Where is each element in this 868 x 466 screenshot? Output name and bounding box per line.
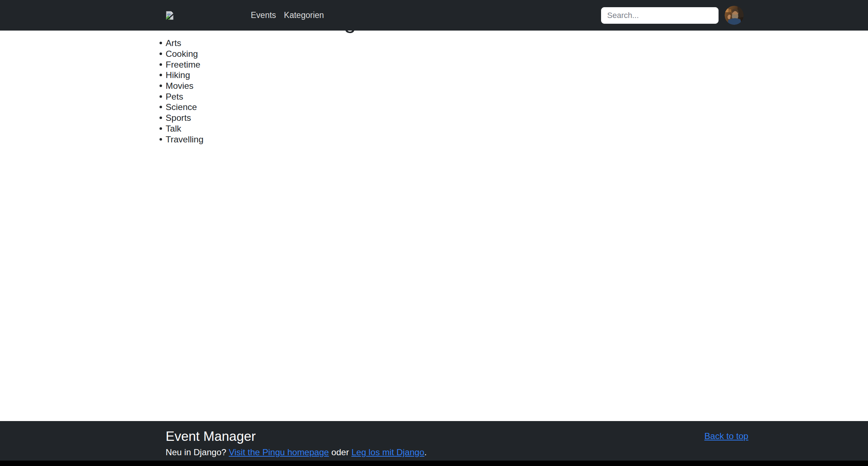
- category-item-arts: Arts: [166, 38, 868, 49]
- bottom-strip: [0, 461, 868, 466]
- footer-text-middle: oder: [329, 447, 351, 457]
- nav-link-events[interactable]: Events: [251, 10, 276, 20]
- search-input[interactable]: [601, 7, 719, 24]
- category-item-travelling: Travelling: [166, 134, 868, 145]
- category-item-sports: Sports: [166, 113, 868, 123]
- category-item-hiking: Hiking: [166, 70, 868, 81]
- category-list: Arts Cooking Freetime Hiking Movies Pets…: [166, 38, 868, 145]
- django-link[interactable]: Leg los mit Django: [351, 447, 424, 457]
- top-navbar: Events Kategorien: [0, 0, 868, 31]
- category-item-pets: Pets: [166, 91, 868, 102]
- pingu-homepage-link[interactable]: Visit the Pingu homepage: [229, 447, 329, 457]
- category-item-movies: Movies: [166, 81, 868, 91]
- footer: Event Manager Neu in Django? Visit the P…: [0, 421, 868, 461]
- brand-logo-link[interactable]: [165, 11, 174, 20]
- footer-text: Neu in Django? Visit the Pingu homepage …: [166, 447, 748, 457]
- category-item-freetime: Freetime: [166, 59, 868, 70]
- back-to-top-link[interactable]: Back to top: [704, 431, 748, 441]
- nav-link-kategorien[interactable]: Kategorien: [284, 10, 324, 20]
- page: Events Kategorien: [0, 0, 868, 145]
- category-item-cooking: Cooking: [166, 49, 868, 59]
- user-avatar-photo: [725, 6, 744, 25]
- broken-image-icon: [165, 11, 174, 20]
- user-avatar[interactable]: [725, 6, 744, 25]
- category-item-science: Science: [166, 102, 868, 113]
- navbar-right-group: [601, 6, 744, 25]
- footer-text-suffix: .: [424, 447, 427, 457]
- footer-text-prefix: Neu in Django?: [166, 447, 229, 457]
- main-nav: Events Kategorien: [251, 10, 324, 20]
- footer-inner: Event Manager Neu in Django? Visit the P…: [0, 421, 868, 461]
- category-item-talk: Talk: [166, 123, 868, 134]
- footer-title: Event Manager: [166, 429, 748, 444]
